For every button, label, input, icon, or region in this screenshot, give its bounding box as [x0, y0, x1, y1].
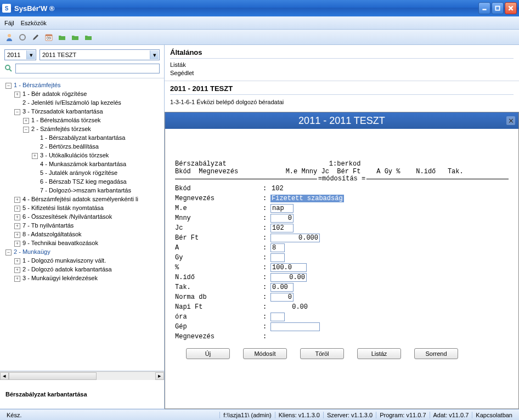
tree-node[interactable]: 1 - Bérszabályzat karbantartása	[40, 134, 125, 141]
menu-file[interactable]: Fájl	[4, 20, 14, 26]
tree-collapse-icon[interactable]: −	[23, 127, 29, 133]
input-gy[interactable]	[270, 253, 285, 262]
tree-node[interactable]: 2 - Számfejtés törzsek	[31, 126, 91, 132]
dropdown-arrow-icon: ▾	[150, 50, 159, 59]
context-label: Bérszabályzat karbantartása	[0, 380, 164, 409]
field-value-megnevezes[interactable]: Fizetett szabadság	[270, 195, 344, 202]
input-berft[interactable]	[270, 234, 320, 242]
tree-node[interactable]: 2 - Dolgozó adatok karbantartása	[22, 266, 112, 273]
tree-node[interactable]: 5 - Kifizetési listák nyomtatása	[22, 205, 104, 211]
modify-button[interactable]: Módosít	[243, 348, 287, 359]
tree-expand-icon[interactable]: +	[14, 232, 20, 238]
menu-tools[interactable]: Eszközök	[21, 20, 47, 26]
scroll-thumb[interactable]	[9, 372, 97, 380]
general-heading: Általános	[170, 48, 514, 59]
tree-node[interactable]: 4 - Munkaszámok karbantartása	[40, 161, 126, 167]
tree-expand-icon[interactable]: +	[23, 118, 29, 124]
tree-expand-icon[interactable]: +	[14, 223, 20, 229]
delete-button[interactable]: Töröl	[300, 348, 344, 359]
tree-horizontal-scrollbar[interactable]: ◂ ▸	[0, 371, 164, 380]
tree-node[interactable]: 7 - Dolgozó->mszam karbantartás	[40, 187, 131, 194]
tree-expand-icon[interactable]: +	[14, 267, 20, 273]
input-jc[interactable]	[270, 224, 294, 232]
toolbar-folder1-icon[interactable]	[56, 31, 68, 43]
toolbar-calendar-icon[interactable]: 09	[43, 31, 55, 43]
list-button[interactable]: Listáz	[357, 348, 401, 359]
tree-node[interactable]: 2 - Jelenléti ív/Elszámoló lap kezelés	[22, 99, 121, 106]
toolbar-circle-icon[interactable]	[16, 31, 29, 43]
search-input[interactable]	[15, 64, 160, 73]
tree-collapse-icon[interactable]: −	[5, 249, 12, 256]
tree-node[interactable]: 3 - Törzsadatok karbantartása	[22, 108, 103, 115]
tree-expand-icon[interactable]: +	[14, 214, 20, 220]
tree-expand-icon[interactable]: +	[14, 197, 20, 203]
input-mnny[interactable]	[270, 214, 294, 223]
tree-node[interactable]: 4 - Bérszámfejtési adatok személyenkénti…	[22, 196, 138, 202]
status-data: Adat: v11.0.7	[430, 412, 472, 418]
toolbar-user-icon[interactable]	[3, 31, 15, 43]
tree-node[interactable]: 8 - Adatszolgáltatások	[22, 231, 82, 237]
close-button[interactable]	[505, 2, 517, 14]
form-title-text: 2011 - 2011 TESZT	[298, 115, 385, 127]
form-close-button[interactable]: ✕	[506, 116, 515, 125]
history-item[interactable]: 1-3-1-6-1 Évközi belépő dolgozó béradata…	[170, 98, 514, 106]
field-label: Norma db	[175, 293, 263, 301]
link-help[interactable]: Segédlet	[170, 69, 514, 77]
tree-node[interactable]: 7 - Tb nyilvántartás	[22, 222, 74, 229]
tree-node[interactable]: 3 - Utókalkulációs törzsek	[40, 152, 109, 158]
search-icon	[4, 64, 13, 73]
navigation-tree[interactable]: −1 - Bérszámfejtés +1 - Bér adatok rögzí…	[0, 78, 164, 285]
scroll-right-icon[interactable]: ▸	[155, 372, 164, 380]
status-ready: Kész.	[3, 412, 219, 418]
tree-expand-icon[interactable]: +	[14, 206, 20, 212]
svg-rect-1	[495, 6, 499, 10]
input-gep[interactable]	[270, 322, 320, 331]
tree-node[interactable]: 5 - Jutalék arányok rögzítése	[40, 169, 117, 176]
tree-node[interactable]: 1 - Dolgozó munkaviszony vált.	[22, 257, 106, 264]
scroll-left-icon[interactable]: ◂	[0, 372, 9, 380]
session-heading: 2011 - 2011 TESZT	[170, 84, 514, 95]
tree-node[interactable]: 6 - Összesítések /Nyilvántartások	[22, 213, 112, 220]
tree-node[interactable]: 6 - Bérszab TSZ kieg megadása	[40, 178, 127, 185]
year-select[interactable]: 2011 ▾	[4, 49, 36, 60]
new-button[interactable]: Új	[186, 348, 230, 359]
form-divider: =módosítás =	[175, 179, 509, 179]
tree-collapse-icon[interactable]: −	[14, 109, 20, 115]
year-select-value: 2011	[7, 52, 20, 58]
status-connection: Kapcsolatban	[472, 412, 516, 418]
order-button[interactable]: Sorrend	[414, 348, 458, 359]
status-bar: Kész. f:\\szja11\ (admin) Kliens: v1.1.3…	[0, 409, 519, 420]
tree-expand-icon[interactable]: +	[14, 276, 20, 282]
tree-expand-icon[interactable]: +	[14, 241, 20, 247]
link-lists[interactable]: Listák	[170, 61, 514, 69]
input-ora[interactable]	[270, 313, 285, 321]
menu-bar: Fájl Eszközök	[0, 16, 519, 30]
input-tak[interactable]	[270, 283, 294, 292]
tree-collapse-icon[interactable]: −	[5, 83, 12, 89]
tree-expand-icon[interactable]: +	[14, 92, 20, 98]
company-select-value: 2011 TESZT	[42, 52, 76, 58]
input-me[interactable]	[270, 204, 294, 213]
field-label: M.e	[175, 205, 263, 212]
input-nido[interactable]	[270, 273, 307, 282]
toolbar-pencil-icon[interactable]	[30, 31, 42, 43]
minimize-button[interactable]	[478, 2, 490, 14]
input-norma[interactable]	[270, 293, 294, 302]
company-select[interactable]: 2011 TESZT ▾	[40, 49, 160, 60]
tree-node[interactable]: 3 - Munkaügyi lekérdezések	[22, 275, 98, 281]
tree-node[interactable]: 1 - Bérelszámolás törzsek	[31, 117, 101, 123]
tree-node[interactable]: 2 - Bértörzs.beállítása	[40, 143, 99, 150]
input-a[interactable]	[270, 243, 285, 252]
tree-node[interactable]: 2 - Munkaügy	[14, 248, 50, 255]
tree-node[interactable]: 1 - Bérszámfejtés	[14, 82, 61, 88]
tree-node[interactable]: 9 - Technikai beavatkozások	[22, 240, 98, 246]
form-titlebar: 2011 - 2011 TESZT ✕	[165, 112, 518, 129]
tree-node[interactable]: 1 - Bér adatok rögzítése	[22, 90, 87, 97]
tree-expand-icon[interactable]: +	[14, 258, 20, 264]
maximize-button[interactable]	[492, 2, 504, 14]
tree-expand-icon[interactable]: +	[32, 153, 38, 159]
toolbar-folder3-icon[interactable]	[82, 31, 94, 43]
field-label: Bkód	[175, 185, 263, 192]
input-percent[interactable]	[270, 263, 307, 272]
toolbar-folder2-icon[interactable]	[69, 31, 81, 43]
